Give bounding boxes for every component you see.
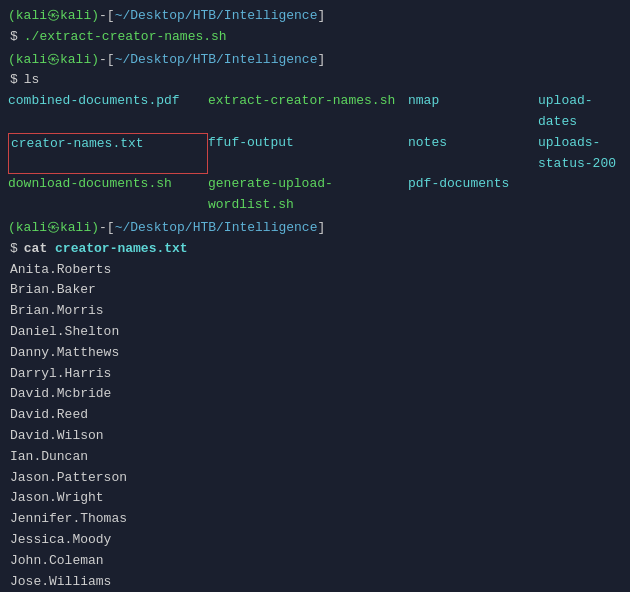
ls-col2-row2: ffuf-output [208, 133, 408, 175]
ls-col1-row3: download-documents.sh [8, 174, 208, 216]
prompt-sep1-3: ] [317, 218, 325, 239]
name-item: Jessica.Moody [10, 530, 622, 551]
name-item: Brian.Morris [10, 301, 622, 322]
name-item: John.Coleman [10, 551, 622, 572]
name-item: David.Wilson [10, 426, 622, 447]
prompt-line-3: (kali㉿kali) -[ ~/Desktop/HTB/Intelligenc… [8, 218, 622, 239]
ls-col1-row1: combined-documents.pdf [8, 91, 208, 133]
ls-col3-row2: notes [408, 133, 538, 175]
name-item: Anita.Roberts [10, 260, 622, 281]
prompt-sep-3: -[ [99, 218, 115, 239]
cmd-extract: ./extract-creator-names.sh [24, 27, 227, 48]
block-cat: (kali㉿kali) -[ ~/Desktop/HTB/Intelligenc… [8, 218, 622, 592]
ls-col1-row2: creator-names.txt [8, 133, 208, 175]
cmd-ls: ls [24, 70, 40, 91]
ls-col4-row3 [538, 174, 622, 216]
ls-col4-row2: uploads-status-200 [538, 133, 622, 175]
cmd-cat: cat creator-names.txt [24, 239, 188, 260]
block-extract: (kali㉿kali) -[ ~/Desktop/HTB/Intelligenc… [8, 6, 622, 48]
name-item: Jason.Wright [10, 488, 622, 509]
command-line-3: $ cat creator-names.txt [8, 239, 622, 260]
names-list: Anita.RobertsBrian.BakerBrian.MorrisDani… [8, 260, 622, 592]
name-item: Jennifer.Thomas [10, 509, 622, 530]
name-item: David.Reed [10, 405, 622, 426]
ls-col4-row1: upload-dates [538, 91, 622, 133]
ls-output: combined-documents.pdf extract-creator-n… [8, 91, 622, 216]
prompt-path-3: ~/Desktop/HTB/Intelligence [115, 218, 318, 239]
name-item: Darryl.Harris [10, 364, 622, 385]
ls-col2-row3: generate-upload-wordlist.sh [208, 174, 408, 216]
name-item: Ian.Duncan [10, 447, 622, 468]
name-item: Danny.Matthews [10, 343, 622, 364]
ls-col3-row1: nmap [408, 91, 538, 133]
name-item: Jose.Williams [10, 572, 622, 592]
prompt-line-1: (kali㉿kali) -[ ~/Desktop/HTB/Intelligenc… [8, 6, 622, 27]
prompt-path-2: ~/Desktop/HTB/Intelligence [115, 50, 318, 71]
name-item: David.Mcbride [10, 384, 622, 405]
name-item: Jason.Patterson [10, 468, 622, 489]
prompt-sep-2: -[ [99, 50, 115, 71]
dollar-1: $ [10, 27, 18, 48]
prompt-user-2: (kali㉿kali) [8, 50, 99, 71]
dollar-2: $ [10, 70, 18, 91]
prompt-sep-1: -[ [99, 6, 115, 27]
block-ls: (kali㉿kali) -[ ~/Desktop/HTB/Intelligenc… [8, 50, 622, 216]
command-line-1: $ ./extract-creator-names.sh [8, 27, 622, 48]
prompt-line-2: (kali㉿kali) -[ ~/Desktop/HTB/Intelligenc… [8, 50, 622, 71]
ls-col3-row3: pdf-documents [408, 174, 538, 216]
command-line-2: $ ls [8, 70, 622, 91]
dollar-3: $ [10, 239, 18, 260]
prompt-path-1: ~/Desktop/HTB/Intelligence [115, 6, 318, 27]
prompt-sep1-2: ] [317, 50, 325, 71]
name-item: Daniel.Shelton [10, 322, 622, 343]
name-item: Brian.Baker [10, 280, 622, 301]
ls-col2-row1: extract-creator-names.sh [208, 91, 408, 133]
prompt-user-3: (kali㉿kali) [8, 218, 99, 239]
prompt-user-1: (kali㉿kali) [8, 6, 99, 27]
prompt-sep1-1: ] [317, 6, 325, 27]
